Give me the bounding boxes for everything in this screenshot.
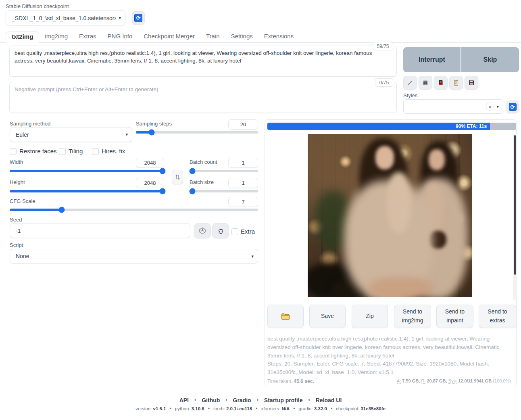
styles-dropdown[interactable]: × ▾ — [403, 99, 503, 114]
width-label: Width — [10, 159, 23, 165]
slider-thumb[interactable] — [160, 188, 166, 194]
slider-thumb[interactable] — [160, 168, 166, 174]
hires-fix-label: Hires. fix — [102, 148, 125, 155]
sampling-method-value: Euler — [16, 132, 123, 138]
caret-down-icon: ▾ — [496, 104, 499, 109]
save-style-button[interactable] — [465, 76, 478, 90]
width-input[interactable]: 2048 — [136, 158, 164, 168]
footer-version-info: version: v1.5.1 • python: 3.10.6 • torch… — [0, 406, 521, 412]
footer-link-gradio[interactable]: Gradio — [233, 397, 251, 403]
generated-image-preview[interactable] — [308, 134, 472, 297]
save-style-floppy-icon — [468, 79, 475, 86]
progress-bar: 90% ETA: 11s — [267, 123, 516, 130]
random-seed-button[interactable] — [194, 223, 211, 238]
extra-seed-checkbox[interactable] — [231, 228, 238, 235]
slider-thumb[interactable] — [149, 130, 155, 136]
sampling-method-dropdown[interactable]: Euler ▾ — [10, 127, 132, 142]
gallery-scrollbar-thumb[interactable] — [514, 135, 516, 275]
send-to-extras-button[interactable]: Send toextras — [479, 305, 516, 328]
main-tabs: txt2img img2img Extras PNG Info Checkpoi… — [0, 31, 521, 43]
trash-icon — [422, 79, 429, 86]
checkpoint-dropdown[interactable]: _SDXL_1_0_\sd_xl_base_1.0.safetensors [3… — [6, 10, 125, 25]
reuse-seed-button[interactable] — [212, 223, 229, 238]
slider-thumb[interactable] — [189, 168, 195, 174]
cfg-scale-label: CFG Scale — [10, 198, 35, 204]
prompt-input[interactable]: best quality ,masterpiece,ultra high res… — [9, 46, 397, 77]
batch-count-input[interactable]: 1 — [228, 158, 258, 168]
tab-extensions[interactable]: Extensions — [258, 31, 299, 42]
clear-prompt-button[interactable] — [419, 76, 432, 90]
tab-settings[interactable]: Settings — [225, 31, 258, 42]
clear-x-icon[interactable]: × — [486, 102, 494, 111]
slider-thumb[interactable] — [189, 188, 195, 194]
extra-networks-card-icon — [438, 79, 444, 86]
extra-networks-button[interactable] — [434, 76, 448, 90]
negative-prompt-input[interactable] — [9, 82, 397, 113]
seed-input[interactable]: -1 — [10, 223, 190, 238]
height-label: Height — [10, 179, 25, 185]
tab-train[interactable]: Train — [200, 31, 225, 42]
send-to-img2img-button[interactable]: Send toimg2img — [394, 305, 431, 328]
refresh-styles-button[interactable]: ⟳ — [506, 100, 519, 113]
footer-link-api[interactable]: API — [179, 397, 189, 403]
sampling-steps-input[interactable]: 20 — [228, 119, 258, 130]
swap-width-height-button[interactable] — [172, 170, 183, 184]
cfg-scale-slider[interactable] — [10, 209, 258, 211]
swap-dimensions-icon — [175, 174, 180, 180]
apply-styles-button[interactable] — [449, 76, 463, 90]
figure1-face — [375, 146, 394, 169]
sampling-steps-label: Sampling steps — [136, 121, 172, 127]
script-label: Script — [10, 242, 23, 248]
script-value: None — [16, 253, 249, 259]
cfg-scale-input[interactable]: 7 — [228, 197, 258, 207]
footer-link-github[interactable]: Github — [202, 397, 220, 403]
zip-button[interactable]: Zip — [352, 305, 388, 328]
refresh-icon: ⟳ — [134, 14, 142, 22]
height-slider[interactable] — [10, 190, 164, 192]
refresh-checkpoint-button[interactable]: ⟳ — [132, 11, 145, 25]
generation-info-prompt: best quality ,masterpiece,ultra high res… — [267, 335, 511, 360]
height-input[interactable]: 2048 — [136, 178, 164, 188]
folder-icon — [281, 313, 290, 320]
progress-text: 90% ETA: 11s — [456, 123, 487, 129]
tab-png-info[interactable]: PNG Info — [102, 31, 138, 42]
slider-thumb[interactable] — [59, 207, 65, 213]
generation-info-params: Steps: 20, Sampler: Euler, CFG scale: 7,… — [267, 360, 511, 377]
negative-token-counter: 0/75 — [375, 78, 393, 87]
batch-size-label: Batch size — [190, 179, 214, 185]
caret-down-icon: ▾ — [251, 254, 254, 259]
footer-link-startup-profile[interactable]: Startup profile — [264, 397, 303, 403]
sampling-steps-slider[interactable] — [136, 131, 258, 134]
tab-extras[interactable]: Extras — [73, 31, 102, 42]
hires-fix-checkbox[interactable] — [92, 148, 99, 155]
interrupt-button[interactable]: Interrupt — [403, 47, 461, 72]
batch-count-slider[interactable] — [190, 170, 258, 172]
recycle-icon — [217, 228, 224, 234]
figure1-arm — [387, 172, 411, 233]
open-folder-button[interactable] — [267, 305, 304, 328]
progress-fill: 90% ETA: 11s — [267, 123, 490, 130]
restore-faces-checkbox[interactable] — [10, 148, 17, 155]
batch-size-slider[interactable] — [190, 190, 258, 192]
checkpoint-value: _SDXL_1_0_\sd_xl_base_1.0.safetensors [3… — [12, 15, 116, 21]
tab-checkpoint-merger[interactable]: Checkpoint Merger — [138, 31, 200, 42]
figure2-face — [429, 149, 445, 170]
batch-count-label: Batch count — [190, 159, 217, 165]
script-dropdown[interactable]: None ▾ — [10, 249, 258, 263]
footer-link-reload-ui[interactable]: Reload UI — [316, 397, 342, 403]
tab-img2img[interactable]: img2img — [39, 31, 73, 42]
tiling-label: Tiling — [69, 148, 83, 155]
width-slider[interactable] — [10, 170, 164, 172]
tiling-checkbox[interactable] — [59, 148, 66, 155]
footer-links: API • Github • Gradio • Startup profile … — [0, 397, 521, 403]
tab-txt2img[interactable]: txt2img — [6, 31, 39, 43]
send-to-inpaint-button[interactable]: Send toinpaint — [436, 305, 473, 328]
skip-button[interactable]: Skip — [461, 47, 519, 72]
refresh-icon: ⟳ — [509, 103, 517, 111]
sampling-method-label: Sampling method — [10, 121, 50, 127]
paste-generation-params-button[interactable] — [403, 76, 417, 90]
save-button[interactable]: Save — [309, 305, 346, 328]
caret-down-icon: ▾ — [119, 15, 121, 21]
batch-size-input[interactable]: 1 — [228, 178, 258, 188]
extra-seed-label: Extra — [241, 228, 255, 235]
